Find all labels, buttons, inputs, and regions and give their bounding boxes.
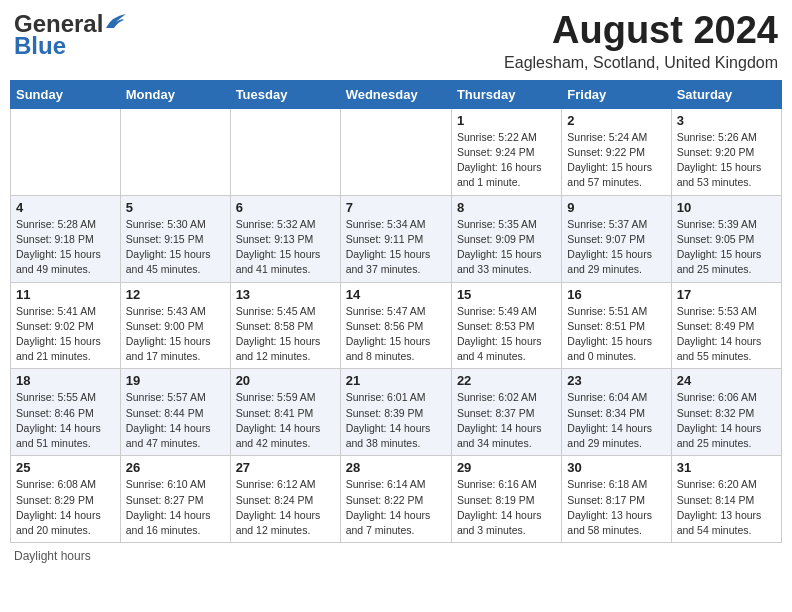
calendar-cell: 27Sunrise: 6:12 AM Sunset: 8:24 PM Dayli… [230,456,340,543]
calendar-cell: 28Sunrise: 6:14 AM Sunset: 8:22 PM Dayli… [340,456,451,543]
day-info: Sunrise: 6:04 AM Sunset: 8:34 PM Dayligh… [567,390,665,451]
footer: Daylight hours [10,549,782,563]
calendar-week-row: 4Sunrise: 5:28 AM Sunset: 9:18 PM Daylig… [11,195,782,282]
day-number: 7 [346,200,446,215]
day-info: Sunrise: 5:59 AM Sunset: 8:41 PM Dayligh… [236,390,335,451]
day-info: Sunrise: 5:43 AM Sunset: 9:00 PM Dayligh… [126,304,225,365]
calendar-cell: 10Sunrise: 5:39 AM Sunset: 9:05 PM Dayli… [671,195,781,282]
day-info: Sunrise: 5:28 AM Sunset: 9:18 PM Dayligh… [16,217,115,278]
day-number: 29 [457,460,556,475]
calendar-cell: 3Sunrise: 5:26 AM Sunset: 9:20 PM Daylig… [671,108,781,195]
calendar-cell [340,108,451,195]
weekday-header: Monday [120,80,230,108]
title-block: August 2024 Eaglesham, Scotland, United … [504,10,778,72]
calendar-cell: 18Sunrise: 5:55 AM Sunset: 8:46 PM Dayli… [11,369,121,456]
day-info: Sunrise: 5:51 AM Sunset: 8:51 PM Dayligh… [567,304,665,365]
calendar-week-row: 1Sunrise: 5:22 AM Sunset: 9:24 PM Daylig… [11,108,782,195]
day-number: 9 [567,200,665,215]
month-title: August 2024 [504,10,778,52]
day-info: Sunrise: 5:47 AM Sunset: 8:56 PM Dayligh… [346,304,446,365]
calendar-cell: 17Sunrise: 5:53 AM Sunset: 8:49 PM Dayli… [671,282,781,369]
calendar-cell [230,108,340,195]
day-number: 6 [236,200,335,215]
calendar-cell: 30Sunrise: 6:18 AM Sunset: 8:17 PM Dayli… [562,456,671,543]
day-number: 2 [567,113,665,128]
day-info: Sunrise: 6:08 AM Sunset: 8:29 PM Dayligh… [16,477,115,538]
day-number: 21 [346,373,446,388]
calendar-cell: 6Sunrise: 5:32 AM Sunset: 9:13 PM Daylig… [230,195,340,282]
day-number: 25 [16,460,115,475]
day-number: 18 [16,373,115,388]
day-info: Sunrise: 6:20 AM Sunset: 8:14 PM Dayligh… [677,477,776,538]
day-info: Sunrise: 5:39 AM Sunset: 9:05 PM Dayligh… [677,217,776,278]
day-info: Sunrise: 5:57 AM Sunset: 8:44 PM Dayligh… [126,390,225,451]
calendar-cell: 9Sunrise: 5:37 AM Sunset: 9:07 PM Daylig… [562,195,671,282]
day-info: Sunrise: 6:06 AM Sunset: 8:32 PM Dayligh… [677,390,776,451]
day-number: 30 [567,460,665,475]
calendar-cell [120,108,230,195]
calendar-cell: 1Sunrise: 5:22 AM Sunset: 9:24 PM Daylig… [451,108,561,195]
day-info: Sunrise: 5:22 AM Sunset: 9:24 PM Dayligh… [457,130,556,191]
day-number: 22 [457,373,556,388]
weekday-header: Sunday [11,80,121,108]
day-number: 28 [346,460,446,475]
day-number: 13 [236,287,335,302]
day-info: Sunrise: 6:10 AM Sunset: 8:27 PM Dayligh… [126,477,225,538]
calendar-cell: 22Sunrise: 6:02 AM Sunset: 8:37 PM Dayli… [451,369,561,456]
calendar-cell [11,108,121,195]
day-number: 24 [677,373,776,388]
calendar-cell: 19Sunrise: 5:57 AM Sunset: 8:44 PM Dayli… [120,369,230,456]
logo-bird-icon [104,14,126,30]
weekday-header: Saturday [671,80,781,108]
day-info: Sunrise: 5:55 AM Sunset: 8:46 PM Dayligh… [16,390,115,451]
day-number: 31 [677,460,776,475]
calendar-cell: 13Sunrise: 5:45 AM Sunset: 8:58 PM Dayli… [230,282,340,369]
day-number: 1 [457,113,556,128]
calendar-week-row: 25Sunrise: 6:08 AM Sunset: 8:29 PM Dayli… [11,456,782,543]
day-info: Sunrise: 6:14 AM Sunset: 8:22 PM Dayligh… [346,477,446,538]
day-number: 3 [677,113,776,128]
day-info: Sunrise: 5:35 AM Sunset: 9:09 PM Dayligh… [457,217,556,278]
day-number: 23 [567,373,665,388]
day-number: 20 [236,373,335,388]
calendar-cell: 7Sunrise: 5:34 AM Sunset: 9:11 PM Daylig… [340,195,451,282]
day-number: 19 [126,373,225,388]
day-info: Sunrise: 6:16 AM Sunset: 8:19 PM Dayligh… [457,477,556,538]
day-number: 14 [346,287,446,302]
weekday-header: Thursday [451,80,561,108]
logo-blue: Blue [14,32,66,60]
day-number: 5 [126,200,225,215]
location: Eaglesham, Scotland, United Kingdom [504,54,778,72]
calendar-cell: 15Sunrise: 5:49 AM Sunset: 8:53 PM Dayli… [451,282,561,369]
calendar-cell: 16Sunrise: 5:51 AM Sunset: 8:51 PM Dayli… [562,282,671,369]
daylight-label: Daylight hours [14,549,91,563]
day-number: 12 [126,287,225,302]
calendar-week-row: 11Sunrise: 5:41 AM Sunset: 9:02 PM Dayli… [11,282,782,369]
day-info: Sunrise: 5:34 AM Sunset: 9:11 PM Dayligh… [346,217,446,278]
day-info: Sunrise: 5:45 AM Sunset: 8:58 PM Dayligh… [236,304,335,365]
day-info: Sunrise: 5:49 AM Sunset: 8:53 PM Dayligh… [457,304,556,365]
day-number: 10 [677,200,776,215]
day-number: 4 [16,200,115,215]
day-number: 27 [236,460,335,475]
day-info: Sunrise: 6:01 AM Sunset: 8:39 PM Dayligh… [346,390,446,451]
day-number: 26 [126,460,225,475]
calendar-cell: 2Sunrise: 5:24 AM Sunset: 9:22 PM Daylig… [562,108,671,195]
calendar-cell: 21Sunrise: 6:01 AM Sunset: 8:39 PM Dayli… [340,369,451,456]
calendar-cell: 5Sunrise: 5:30 AM Sunset: 9:15 PM Daylig… [120,195,230,282]
day-info: Sunrise: 6:18 AM Sunset: 8:17 PM Dayligh… [567,477,665,538]
calendar-cell: 31Sunrise: 6:20 AM Sunset: 8:14 PM Dayli… [671,456,781,543]
calendar-week-row: 18Sunrise: 5:55 AM Sunset: 8:46 PM Dayli… [11,369,782,456]
day-info: Sunrise: 5:26 AM Sunset: 9:20 PM Dayligh… [677,130,776,191]
day-number: 17 [677,287,776,302]
calendar-cell: 26Sunrise: 6:10 AM Sunset: 8:27 PM Dayli… [120,456,230,543]
day-info: Sunrise: 5:24 AM Sunset: 9:22 PM Dayligh… [567,130,665,191]
calendar-cell: 4Sunrise: 5:28 AM Sunset: 9:18 PM Daylig… [11,195,121,282]
weekday-header: Tuesday [230,80,340,108]
day-info: Sunrise: 5:37 AM Sunset: 9:07 PM Dayligh… [567,217,665,278]
calendar-cell: 25Sunrise: 6:08 AM Sunset: 8:29 PM Dayli… [11,456,121,543]
calendar-header-row: SundayMondayTuesdayWednesdayThursdayFrid… [11,80,782,108]
day-info: Sunrise: 6:12 AM Sunset: 8:24 PM Dayligh… [236,477,335,538]
calendar-cell: 8Sunrise: 5:35 AM Sunset: 9:09 PM Daylig… [451,195,561,282]
calendar-cell: 24Sunrise: 6:06 AM Sunset: 8:32 PM Dayli… [671,369,781,456]
